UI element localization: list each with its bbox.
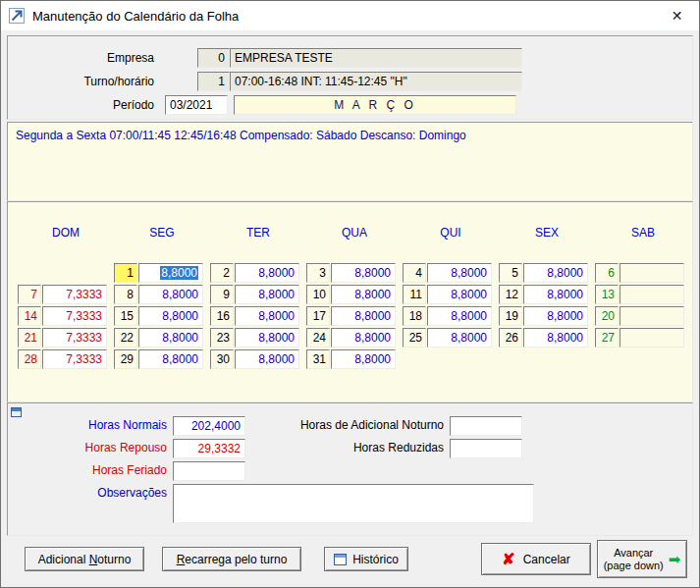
day-hours-field[interactable]: 8,8000: [235, 328, 299, 347]
calendar-day-cell: 308,8000: [210, 349, 306, 369]
day-hours-field[interactable]: [619, 285, 684, 304]
day-hours-field[interactable]: 8,8000: [523, 328, 588, 347]
day-number: 21: [18, 328, 41, 347]
day-hours-field[interactable]: [619, 263, 684, 283]
day-hours-field[interactable]: 8,8000: [235, 285, 299, 304]
day-hours-field[interactable]: 8,8000: [427, 285, 492, 304]
calendar-day-cell: 147,3333: [18, 306, 114, 326]
horas-repouso-field[interactable]: 29,3332: [173, 439, 245, 458]
calendar-day-cell: 20: [595, 306, 691, 326]
day-number: 16: [210, 306, 234, 326]
day-hours-field[interactable]: 7,3333: [42, 285, 107, 304]
day-hours-field[interactable]: 8,8000: [331, 306, 396, 326]
day-hours-field[interactable]: 8,8000: [235, 263, 299, 283]
selected-hours-text: 8,8000: [160, 266, 198, 280]
adicional-noturno-button-label-pre: Adicional: [38, 553, 89, 566]
historico-button-label: Histórico: [352, 553, 399, 566]
calendar-week-row: 287,3333298,8000308,8000318,8000: [8, 349, 692, 369]
summary-panel: Horas Normais 202,4000 Horas Repouso 29,…: [7, 402, 693, 536]
day-number: 29: [114, 349, 137, 369]
day-number: 15: [114, 306, 137, 326]
day-hours-field[interactable]: 8,8000: [138, 328, 203, 347]
adicional-noturno-field[interactable]: [450, 416, 522, 436]
day-number: 30: [210, 349, 234, 369]
cancel-x-icon: ✘: [502, 552, 514, 567]
day-hours-field[interactable]: 8,8000: [427, 328, 492, 347]
day-number: 4: [403, 263, 426, 283]
calendar-week-row: 18,800028,800038,800048,800058,80006: [8, 263, 692, 283]
horas-reduzidas-field[interactable]: [450, 439, 522, 458]
calendar-day-cell: 13: [595, 285, 691, 304]
adicional-noturno-button-label-post: oturno: [97, 553, 131, 566]
horas-normais-field[interactable]: 202,4000: [173, 416, 245, 436]
avancar-button[interactable]: Avançar(page down)➡: [597, 540, 687, 578]
historico-button[interactable]: Histórico: [324, 547, 408, 571]
day-hours-field[interactable]: 7,3333: [42, 306, 107, 326]
turno-code-field: 1: [197, 72, 230, 91]
calendar-empty-cell: [403, 349, 499, 369]
day-number: 24: [306, 328, 330, 347]
day-hours-field[interactable]: 7,3333: [42, 349, 107, 369]
calendar-day-cell: 38,8000: [306, 263, 403, 283]
day-hours-field[interactable]: 8,8000: [427, 263, 492, 283]
calendar-day-cell: 98,8000: [210, 285, 306, 304]
title-bar: Manutenção do Calendário da Folha ✕: [1, 1, 699, 30]
day-number: 27: [595, 328, 619, 347]
day-header-seg: SEG: [114, 226, 210, 240]
day-hours-field[interactable]: 7,3333: [42, 328, 107, 347]
day-hours-field[interactable]: 8,8000: [523, 285, 588, 304]
horas-feriado-field[interactable]: [173, 461, 245, 481]
day-hours-field[interactable]: 8,8000: [427, 306, 492, 326]
calendar-day-cell: 88,8000: [114, 285, 210, 304]
day-hours-field[interactable]: 8,8000: [235, 349, 299, 369]
periodo-field[interactable]: 03/2021: [165, 95, 228, 115]
day-number: 20: [595, 306, 619, 326]
calendar-day-cell: 217,3333: [18, 328, 114, 347]
dialog-content: Empresa 0 EMPRESA TESTE Turno/horário 1 …: [1, 30, 699, 582]
calendar-day-cell: 6: [595, 263, 691, 283]
turno-label: Turno/horário: [8, 75, 160, 88]
calendar-day-cell: 128,8000: [499, 285, 595, 304]
day-number: 25: [403, 328, 426, 347]
day-hours-field[interactable]: 8,8000: [235, 306, 299, 326]
day-header-ter: TER: [210, 226, 306, 240]
calendar-day-cell: 287,3333: [18, 349, 114, 369]
adicional-noturno-button[interactable]: Adicional Noturno: [25, 547, 144, 571]
observacoes-field[interactable]: [173, 484, 534, 523]
day-hours-field[interactable]: 8,8000: [331, 263, 396, 283]
day-hours-field[interactable]: 8,8000: [331, 328, 396, 347]
day-hours-field[interactable]: 8,8000: [523, 306, 588, 326]
day-number: 9: [210, 285, 234, 304]
recarrega-pelo-turno-button[interactable]: Recarrega pelo turno: [162, 547, 301, 571]
calendar-day-cell: 108,8000: [306, 285, 403, 304]
calendar-day-cell: 77,3333: [18, 285, 114, 304]
day-number: 28: [18, 349, 41, 369]
calendar-day-headers: DOMSEGTERQUAQUISEXSAB: [8, 202, 692, 240]
empresa-name-field: EMPRESA TESTE: [230, 48, 522, 68]
day-number: 10: [306, 285, 330, 304]
day-hours-field[interactable]: 8,8000: [138, 306, 203, 326]
calendar-day-cell: 178,8000: [306, 306, 403, 326]
day-hours-field[interactable]: 8,8000: [138, 285, 203, 304]
day-hours-field[interactable]: 8,8000: [138, 263, 203, 283]
calendar-empty-cell: [499, 349, 595, 369]
cancelar-button[interactable]: ✘Cancelar: [481, 543, 591, 575]
calendar-empty-cell: [18, 263, 114, 283]
horas-repouso-label: Horas Repouso: [20, 439, 167, 454]
close-button[interactable]: ✕: [655, 2, 699, 30]
empresa-row: Empresa 0 EMPRESA TESTE: [8, 47, 692, 68]
day-number: 12: [499, 285, 522, 304]
day-hours-field[interactable]: 8,8000: [523, 263, 588, 283]
day-number: 3: [306, 263, 330, 283]
calendar-week-row: 147,3333158,8000168,8000178,8000188,8000…: [8, 306, 692, 326]
calendar-day-cell: 27: [595, 328, 691, 347]
calendar-day-cell: 168,8000: [210, 306, 306, 326]
historico-icon: [334, 554, 347, 565]
day-hours-field[interactable]: 8,8000: [331, 285, 396, 304]
day-number: 18: [403, 306, 426, 326]
dialog-window: Manutenção do Calendário da Folha ✕ Empr…: [0, 0, 700, 588]
day-hours-field[interactable]: 8,8000: [331, 349, 396, 369]
day-hours-field[interactable]: 8,8000: [138, 349, 203, 369]
day-hours-field[interactable]: [619, 328, 684, 347]
day-hours-field[interactable]: [619, 306, 684, 326]
